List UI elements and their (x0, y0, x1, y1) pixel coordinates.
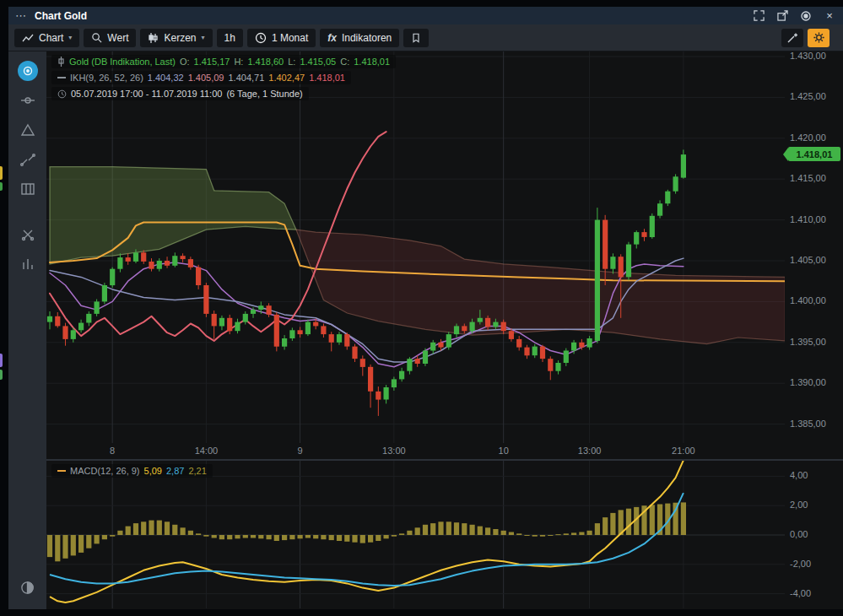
chart-window: ⋯ Chart Gold × Chart ▾ (8, 7, 843, 609)
clock-icon (255, 32, 267, 44)
indicator-line-icon (57, 77, 66, 78)
histogram-value: 2,21 (188, 466, 206, 476)
fx-icon: fx (327, 32, 337, 44)
time-tick-label: 14:00 (186, 446, 226, 456)
shapes-tool-icon[interactable] (16, 118, 40, 142)
line-chart-icon (22, 33, 34, 43)
macd-tick-label: 4,00 (790, 470, 808, 480)
bookmark-button[interactable] (403, 29, 429, 47)
interval-button[interactable]: 1h (217, 29, 243, 47)
ichimoku-label: IKH(9, 26, 52, 26) (70, 73, 143, 83)
dock-tab[interactable] (0, 370, 3, 380)
time-tick-label: 21:00 (663, 446, 704, 456)
price-tick-label: 1.405,00 (790, 255, 826, 265)
price-tick-label: 1.395,00 (790, 337, 826, 347)
series-icon (57, 57, 65, 67)
time-tick-label: 13:00 (374, 446, 414, 456)
chart-type-button[interactable]: Kerzen ▾ (140, 29, 212, 47)
measure-tool-icon[interactable] (16, 89, 40, 112)
visible-range: 05.07.2019 17:00 - 11.07.2019 11:00 (71, 89, 222, 99)
candles-icon (148, 32, 159, 44)
window-titlebar[interactable]: ⋯ Chart Gold × (8, 7, 843, 24)
chart-area[interactable]: 1.430,001.425,001.420,001.415,001.410,00… (46, 51, 843, 609)
time-tick-label: 9 (280, 446, 321, 456)
price-tick-label: 1.425,00 (790, 91, 826, 101)
price-chart[interactable] (46, 51, 785, 443)
chevron-down-icon: ▾ (202, 34, 205, 41)
time-tick-label: 8 (92, 446, 132, 456)
ichimoku-legend-row[interactable]: IKH(9, 26, 52, 26) 1.404,32 1.405,09 1.4… (51, 71, 351, 84)
range-legend-row: 05.07.2019 17:00 - 11.07.2019 11:00 (6 T… (51, 87, 309, 100)
close-value: 1.418,01 (354, 57, 390, 67)
last-price-badge: 1.418,01 (788, 147, 840, 161)
price-tick-label: 1.410,00 (790, 214, 826, 224)
visible-range-detail: (6 Tage, 1 Stunde) (226, 89, 302, 99)
price-tick-label: 1.430,00 (790, 51, 826, 61)
fullscreen-icon[interactable] (752, 9, 765, 23)
price-tick-label: 1.415,00 (790, 173, 826, 183)
price-tick-label: 1.400,00 (790, 295, 826, 305)
search-icon (91, 32, 102, 43)
record-icon[interactable] (799, 9, 813, 23)
period-button[interactable]: 1 Monat (247, 29, 316, 47)
bookmark-icon (411, 32, 421, 44)
macd-tick-label: -2,00 (790, 559, 811, 569)
popout-icon[interactable] (775, 9, 789, 23)
drawing-toolbar (8, 51, 46, 609)
low-value: 1.415,05 (300, 57, 336, 67)
gear-icon (813, 31, 825, 44)
trendline-tool-icon[interactable] (16, 148, 40, 171)
price-axis[interactable]: 1.430,001.425,001.420,001.415,001.410,00… (785, 51, 843, 443)
time-axis[interactable]: 814:00913:001013:0021:00 (46, 443, 785, 459)
macd-legend: MACD(12, 26, 9) 5,09 2,87 2,21 (51, 464, 213, 478)
desktop-background: ⋯ Chart Gold × Chart ▾ (0, 0, 843, 616)
settings-button[interactable] (808, 29, 829, 47)
magic-wand-button[interactable] (781, 29, 803, 47)
camera-tool-icon[interactable] (16, 59, 40, 83)
layout-tool-icon[interactable] (16, 177, 40, 201)
instrument-legend-row[interactable]: Gold (DB Indikation, Last) O:1.415,17 H:… (51, 55, 396, 68)
macd-tick-label: -4,00 (790, 588, 811, 598)
macd-chart[interactable] (46, 461, 785, 608)
pane-divider[interactable] (46, 459, 843, 461)
time-tick-label: 10 (484, 446, 524, 456)
macd-legend-row[interactable]: MACD(12, 26, 9) 5,09 2,87 2,21 (51, 464, 213, 478)
macd-label: MACD(12, 26, 9) (70, 466, 140, 476)
instrument-search-button[interactable]: Wert (84, 29, 136, 47)
instrument-name: Gold (DB Indikation, Last) (69, 57, 176, 67)
clock-icon (57, 89, 67, 99)
dock-tab[interactable] (0, 182, 3, 191)
macd-value: 5,09 (144, 466, 162, 476)
open-value: 1.415,17 (194, 57, 230, 67)
macd-axis[interactable]: 4,002,000,00-2,00-4,00 (785, 461, 843, 608)
time-tick-label: 13:00 (570, 446, 610, 456)
close-icon[interactable]: × (823, 9, 836, 23)
indicators-button[interactable]: fx Indikatoren (320, 29, 399, 47)
tools-icon[interactable] (16, 223, 40, 246)
chart-menu-button[interactable]: Chart ▾ (14, 29, 79, 47)
macd-tick-label: 2,00 (790, 500, 808, 510)
contrast-icon[interactable] (16, 575, 40, 599)
dock-tab[interactable] (0, 354, 3, 367)
dock-tab[interactable] (0, 166, 3, 180)
indicator-line-icon (57, 470, 66, 472)
high-value: 1.418,60 (247, 57, 284, 67)
chart-legend: Gold (DB Indikation, Last) O:1.415,17 H:… (51, 55, 396, 100)
chart-toolbar: Chart ▾ Wert Kerzen ▾ 1h 1 Monat fx Ind (8, 24, 843, 51)
magic-wand-icon (786, 32, 798, 44)
signal-value: 2,87 (166, 466, 184, 476)
window-title: Chart Gold (35, 10, 87, 22)
macd-tick-label: 0,00 (790, 529, 808, 539)
price-tick-label: 1.390,00 (790, 377, 826, 387)
objects-tool-icon[interactable] (16, 252, 40, 276)
price-tick-label: 1.420,00 (790, 132, 826, 143)
price-tick-label: 1.385,00 (790, 419, 826, 429)
chevron-down-icon: ▾ (68, 34, 72, 41)
window-menu-icon[interactable]: ⋯ (15, 9, 27, 22)
